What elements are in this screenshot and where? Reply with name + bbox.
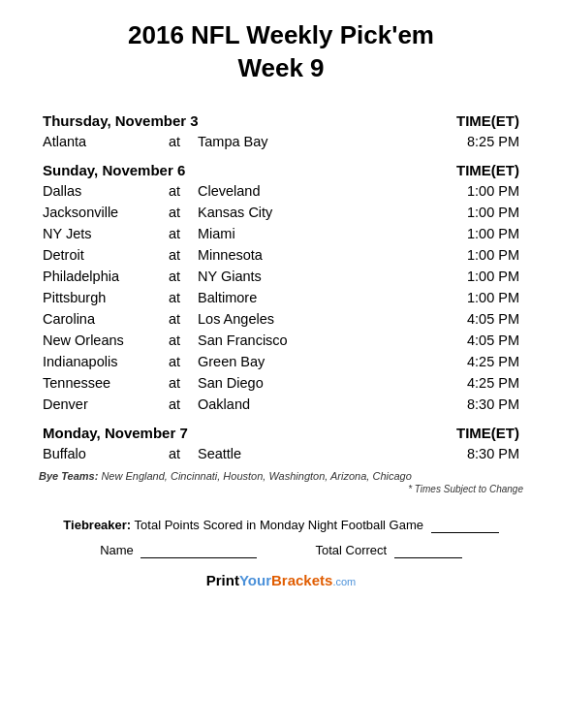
schedule-table: Thursday, November 3 TIME(ET) Atlanta at… xyxy=(39,103,523,464)
at-label: at xyxy=(165,180,194,202)
game-time: 8:30 PM xyxy=(349,443,523,464)
team-away: Miami xyxy=(194,223,349,244)
team-home: Tennessee xyxy=(39,372,165,394)
total-correct-label: Total Correct xyxy=(315,543,461,558)
game-time: 4:05 PM xyxy=(349,308,523,330)
table-row: Philadelphia at NY Giants 1:00 PM xyxy=(39,266,523,287)
table-row: Dallas at Cleveland 1:00 PM xyxy=(39,180,523,202)
team-away: Cleveland xyxy=(194,180,349,202)
table-row: Buffalo at Seattle 8:30 PM xyxy=(39,443,523,464)
team-home: Pittsburgh xyxy=(39,287,165,308)
table-row: Jacksonville at Kansas City 1:00 PM xyxy=(39,202,523,223)
tiebreaker-text-value: Total Points Scored in Monday Night Foot… xyxy=(135,518,423,532)
day-label: Monday, November 7 xyxy=(39,415,349,443)
page-title: 2016 NFL Weekly Pick'em Week 9 xyxy=(39,19,523,85)
at-label: at xyxy=(165,244,194,266)
at-label: at xyxy=(165,223,194,244)
day-header-row: Thursday, November 3 TIME(ET) xyxy=(39,103,523,131)
team-home: Buffalo xyxy=(39,443,165,464)
game-time: 4:05 PM xyxy=(349,330,523,351)
team-away: Seattle xyxy=(194,443,349,464)
table-row: Pittsburgh at Baltimore 1:00 PM xyxy=(39,287,523,308)
team-home: NY Jets xyxy=(39,223,165,244)
team-home: Detroit xyxy=(39,244,165,266)
team-home: New Orleans xyxy=(39,330,165,351)
time-header: TIME(ET) xyxy=(349,415,523,443)
team-home: Carolina xyxy=(39,308,165,330)
name-label: Name xyxy=(100,543,257,558)
footer-your: Your xyxy=(239,572,271,588)
team-away: San Francisco xyxy=(194,330,349,351)
table-row: Denver at Oakland 8:30 PM xyxy=(39,394,523,415)
team-away: NY Giants xyxy=(194,266,349,287)
footer-brand: PrintYourBrackets.com xyxy=(39,572,523,588)
team-away: Oakland xyxy=(194,394,349,415)
day-header-row: Sunday, November 6 TIME(ET) xyxy=(39,152,523,180)
table-row: Carolina at Los Angeles 4:05 PM xyxy=(39,308,523,330)
game-time: 8:30 PM xyxy=(349,394,523,415)
game-time: 1:00 PM xyxy=(349,223,523,244)
times-subject: * Times Subject to Change xyxy=(39,484,523,494)
team-home: Philadelphia xyxy=(39,266,165,287)
game-time: 1:00 PM xyxy=(349,244,523,266)
footer-com: .com xyxy=(332,576,356,587)
at-label: at xyxy=(165,394,194,415)
team-away: Tampa Bay xyxy=(194,131,349,152)
team-home: Denver xyxy=(39,394,165,415)
team-away: San Diego xyxy=(194,372,349,394)
footer-brackets: Brackets xyxy=(271,572,332,588)
at-label: at xyxy=(165,372,194,394)
game-time: 8:25 PM xyxy=(349,131,523,152)
table-row: New Orleans at San Francisco 4:05 PM xyxy=(39,330,523,351)
time-header: TIME(ET) xyxy=(349,103,523,131)
at-label: at xyxy=(165,202,194,223)
tiebreaker-label: Tiebreaker: xyxy=(63,518,131,532)
at-label: at xyxy=(165,266,194,287)
at-label: at xyxy=(165,131,194,152)
table-row: Tennessee at San Diego 4:25 PM xyxy=(39,372,523,394)
game-time: 4:25 PM xyxy=(349,351,523,372)
team-away: Kansas City xyxy=(194,202,349,223)
game-time: 4:25 PM xyxy=(349,372,523,394)
at-label: at xyxy=(165,330,194,351)
team-away: Green Bay xyxy=(194,351,349,372)
at-label: at xyxy=(165,287,194,308)
team-home: Atlanta xyxy=(39,131,165,152)
team-home: Indianapolis xyxy=(39,351,165,372)
team-away: Baltimore xyxy=(194,287,349,308)
at-label: at xyxy=(165,443,194,464)
at-label: at xyxy=(165,308,194,330)
game-time: 1:00 PM xyxy=(349,266,523,287)
day-label: Sunday, November 6 xyxy=(39,152,349,180)
table-row: NY Jets at Miami 1:00 PM xyxy=(39,223,523,244)
team-away: Minnesota xyxy=(194,244,349,266)
day-label: Thursday, November 3 xyxy=(39,103,349,131)
team-home: Dallas xyxy=(39,180,165,202)
team-away: Los Angeles xyxy=(194,308,349,330)
game-time: 1:00 PM xyxy=(349,180,523,202)
table-row: Indianapolis at Green Bay 4:25 PM xyxy=(39,351,523,372)
tiebreaker-section: Tiebreaker: Total Points Scored in Monda… xyxy=(39,518,523,558)
bye-teams-line: Bye Teams: New England, Cincinnati, Hous… xyxy=(39,470,523,482)
table-row: Detroit at Minnesota 1:00 PM xyxy=(39,244,523,266)
team-home: Jacksonville xyxy=(39,202,165,223)
game-time: 1:00 PM xyxy=(349,287,523,308)
game-time: 1:00 PM xyxy=(349,202,523,223)
table-row: Atlanta at Tampa Bay 8:25 PM xyxy=(39,131,523,152)
time-header: TIME(ET) xyxy=(349,152,523,180)
tiebreaker-blank xyxy=(431,518,499,533)
day-header-row: Monday, November 7 TIME(ET) xyxy=(39,415,523,443)
at-label: at xyxy=(165,351,194,372)
footer-print: Print xyxy=(206,572,239,588)
